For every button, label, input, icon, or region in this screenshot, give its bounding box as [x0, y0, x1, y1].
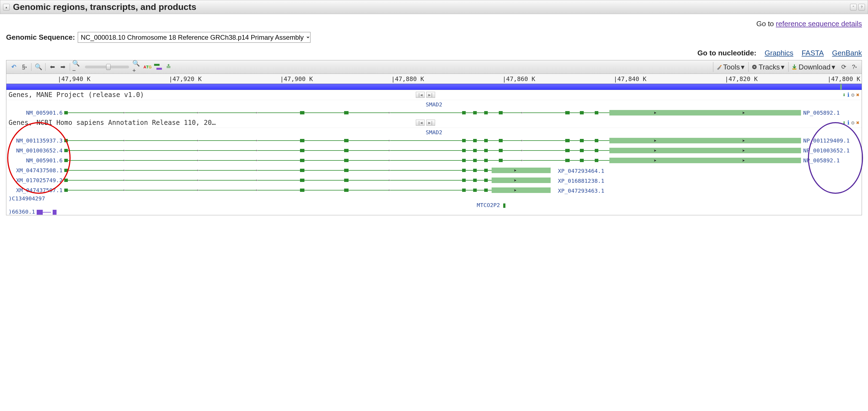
- fasta-link[interactable]: FASTA: [802, 49, 824, 57]
- transcript-glyph[interactable]: ➤➤➤➤➤XP_047293464.1: [64, 167, 801, 173]
- transcript-accession[interactable]: NM_005901.6: [6, 157, 64, 164]
- viewer-help-icon[interactable]: ?▾: [849, 62, 859, 72]
- zoom-slider[interactable]: [85, 66, 129, 68]
- track-prev-icon[interactable]: |◀: [416, 92, 425, 98]
- track-title-mane: Genes, MANE Project (release v1.0): [8, 91, 415, 99]
- svg-rect-0: [154, 64, 160, 66]
- transcript-glyph[interactable]: ➤➤➤➤➤XP_016881238.1: [64, 178, 801, 183]
- history-icon[interactable]: §▾: [20, 62, 29, 72]
- protein-accession[interactable]: NP_005892.1: [801, 109, 862, 116]
- refresh-icon[interactable]: ⟳: [839, 62, 848, 72]
- track-download-icon[interactable]: ⬇: [842, 92, 846, 98]
- track-download-icon[interactable]: ⬇: [842, 119, 846, 126]
- ref-seq-link-row: Go to reference sequence details: [6, 20, 862, 28]
- transcript-glyph[interactable]: ➤➤➤➤➤➤➤: [64, 138, 801, 143]
- track-title-ncbi: Genes, NCBI Homo sapiens Annotation Rele…: [8, 119, 415, 127]
- transcript-accession[interactable]: NM_001003652.4: [6, 147, 64, 154]
- tracks-menu[interactable]: Tracks▾: [748, 62, 787, 72]
- layout-icon[interactable]: ≛: [164, 62, 173, 72]
- transcript-accession[interactable]: XM_017025749.2: [6, 177, 64, 184]
- gene-label-2[interactable]: MTCO2P2: [477, 202, 505, 209]
- track-remove-icon[interactable]: ✖: [856, 92, 860, 98]
- sequence-viewer: ↶ §▾ 🔍 ⬅ ➡ 🔍− 🔍+ ATG ≛ Tools▾ Tracks: [6, 60, 862, 215]
- genomic-sequence-select[interactable]: NC_000018.10 Chromosome 18 Reference GRC…: [78, 32, 310, 43]
- track-settings-icon[interactable]: ⚙: [851, 119, 855, 126]
- track-settings-icon[interactable]: ⚙: [851, 92, 855, 98]
- protein-accession[interactable]: NP_001129409.1: [801, 137, 862, 144]
- gene-label[interactable]: SMAD2: [6, 100, 862, 108]
- transcript-accession[interactable]: NM_005901.6: [6, 109, 64, 116]
- locus-label[interactable]: )C134904297: [6, 195, 862, 202]
- protein-accession[interactable]: NP_001003652.1: [801, 147, 862, 154]
- transcript-glyph[interactable]: ➤➤➤➤➤➤➤: [64, 148, 801, 153]
- search-icon[interactable]: 🔍: [34, 62, 43, 72]
- track-info-icon[interactable]: ℹ: [847, 92, 849, 98]
- help-icon[interactable]: ?: [858, 4, 865, 10]
- reference-sequence-link[interactable]: reference sequence details: [776, 20, 862, 28]
- svg-rect-4: [793, 69, 797, 70]
- transcript-accession[interactable]: XM_047437508.1: [6, 167, 64, 173]
- panel-title: Genomic regions, transcripts, and produc…: [13, 2, 847, 12]
- track-next-icon[interactable]: ▶|: [426, 92, 435, 98]
- protein-accession[interactable]: NP_005892.1: [801, 157, 862, 164]
- markers-icon[interactable]: [153, 62, 163, 72]
- collapse-toggle[interactable]: ▴: [3, 4, 10, 10]
- zoom-in-icon[interactable]: 🔍+: [132, 62, 142, 72]
- overview-bar[interactable]: [6, 84, 862, 90]
- genomic-sequence-label: Genomic Sequence:: [6, 33, 75, 42]
- track-info-icon[interactable]: ℹ: [847, 119, 849, 126]
- pan-right-icon[interactable]: ➡: [58, 62, 67, 72]
- gene-label[interactable]: SMAD2: [6, 128, 862, 136]
- svg-point-3: [754, 66, 755, 68]
- scroll-top-icon[interactable]: ⌃: [850, 4, 857, 10]
- track-remove-icon[interactable]: ✖: [856, 119, 860, 126]
- transcript-glyph[interactable]: ➤➤➤➤➤➤➤: [64, 158, 801, 163]
- zoom-out-icon[interactable]: 🔍−: [72, 62, 82, 72]
- coordinate-ruler: |47,940 K |47,920 K |47,900 K |47,880 K …: [6, 74, 862, 84]
- track-next-icon[interactable]: ▶|: [426, 120, 435, 126]
- tools-menu[interactable]: Tools▾: [713, 62, 747, 72]
- atg-icon[interactable]: ATG: [143, 62, 152, 72]
- transcript-accession[interactable]: NM_001135937.3: [6, 137, 64, 144]
- protein-accession[interactable]: XP_016881238.1: [558, 178, 604, 184]
- download-menu[interactable]: Download▾: [788, 62, 838, 72]
- transcript-accession[interactable]: XM_047437507.1: [6, 187, 64, 193]
- protein-accession[interactable]: XP_047293464.1: [558, 167, 604, 174]
- genbank-link[interactable]: GenBank: [832, 49, 862, 57]
- svg-rect-1: [156, 68, 162, 70]
- protein-accession[interactable]: XP_047293463.1: [558, 187, 604, 194]
- nucleotide-label: Go to nucleotide:: [697, 49, 756, 57]
- transcript-glyph[interactable]: ➤➤➤➤➤XP_047293463.1: [64, 187, 801, 193]
- transcript-label[interactable]: )66360.1: [6, 209, 862, 215]
- pan-left-icon[interactable]: ⬅: [48, 62, 57, 72]
- transcript-glyph[interactable]: ➤➤➤ ➤➤ ➤➤: [64, 110, 801, 116]
- track-prev-icon[interactable]: |◀: [416, 120, 425, 126]
- graphics-link[interactable]: Graphics: [765, 49, 793, 57]
- undo-icon[interactable]: ↶: [9, 62, 19, 72]
